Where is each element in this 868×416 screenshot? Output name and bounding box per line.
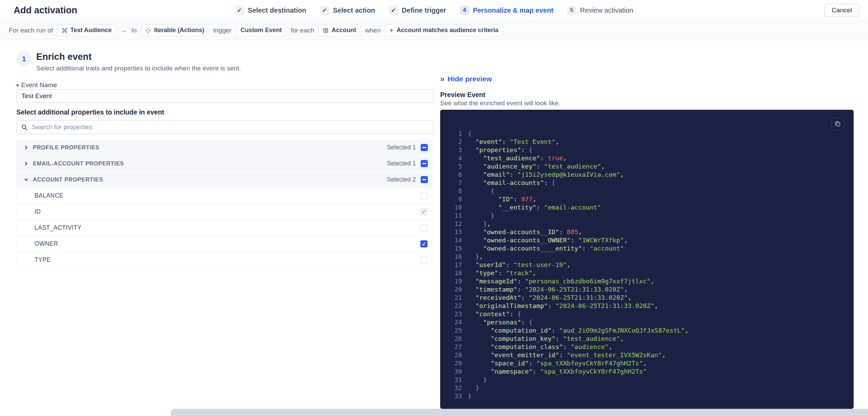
line-number: 23 [440,310,462,318]
property-checkbox[interactable] [420,256,428,264]
property-row-balance[interactable]: BALANCE [16,188,433,203]
step-label: Personalize & map event [473,6,554,14]
copy-button[interactable] [831,117,844,130]
chip-label: Account [331,27,356,34]
ribbon-text: In [131,27,137,34]
section-title: Enrich event [36,52,92,62]
event-preview-code-panel[interactable]: 1{2 "event": "Test Event",3 "properties"… [440,110,854,409]
property-label: ID [35,208,41,215]
chip-test-audience[interactable]: Test Audience [57,24,117,36]
code-content: "computation_key": "test_audience", [468,335,624,343]
code-line: 20 "timestamp": "2024-06-25T21:31:33.020… [440,285,854,294]
property-row-type[interactable]: TYPE [16,252,433,268]
code-line: 26 "computation_key": "test_audience", [440,335,854,343]
chip-account[interactable]: Account [318,24,361,36]
line-number: 12 [440,220,462,228]
code-line: 19 "messageId": "personas_cb6zdbo6im9g7x… [440,277,854,285]
property-checkbox [420,208,428,215]
code-content: "properties": { [468,146,532,154]
json-code: 1{2 "event": "Test Event",3 "properties"… [440,130,854,400]
group-label: EMAIL-ACCOUNT PROPERTIES [33,160,124,167]
step-label: Review activation [580,6,633,14]
cancel-button[interactable]: Cancel [825,4,859,17]
code-content: "ID": 877, [468,195,537,203]
property-row-owner[interactable]: OWNER [16,236,433,252]
step-label: Select action [333,6,375,14]
line-number: 7 [440,179,462,187]
group-label: PROFILE PROPERTIES [33,144,99,151]
background-page-edge [171,409,868,416]
code-content: "email-accounts": [ [468,179,555,187]
property-label: BALANCE [35,192,64,199]
top-header: Add activation ✓Select destination✓Selec… [0,0,868,21]
code-content: } [468,376,487,384]
group-header-account-properties[interactable]: ACCOUNT PROPERTIESSelected 2 [16,172,433,187]
code-content: "event_emitter_id": "event_tester_IVX5W2… [468,351,666,359]
property-row-last-activity[interactable]: LAST_ACTIVITY [16,220,433,236]
code-content: "audience_key": "test_audience", [468,162,605,171]
selected-count: Selected 1 [387,160,416,167]
group-header-profile-properties[interactable]: PROFILE PROPERTIESSelected 1 [16,140,433,155]
group-checkbox-indeterminate[interactable] [421,176,428,183]
line-number: 24 [440,318,462,326]
properties-section-label: Select additional properties to include … [16,108,164,116]
ribbon-text: trigger [213,27,232,34]
code-line: 18 "type": "track", [440,269,854,277]
plus-icon: + [390,27,394,34]
line-number: 1 [440,130,462,138]
line-number: 28 [440,351,462,359]
line-number: 17 [440,261,462,269]
code-line: 14 "owned-accounts__OWNER": "1WCWrTXfkp"… [440,236,854,244]
code-content: "email": "j15i2ysedp@k1euxaIVia.com", [468,171,624,179]
code-line: 21 "receivedAt": "2024-06-25T21:31:33.02… [440,294,854,302]
line-number: 11 [440,212,462,220]
property-search [16,120,433,134]
chip-account-matches-audience-criteria[interactable]: +Account matches audience criteria [385,24,503,36]
code-content: } [468,392,472,400]
code-content: } [468,384,479,392]
code-line: 9 "ID": 877, [440,195,854,203]
code-content: "computation_id": "aud_2iO9m2gSFmJNXCoQJ… [468,326,689,335]
property-label: TYPE [35,256,51,264]
code-line: 32 } [440,384,854,392]
step-review-activation[interactable]: 5Review activation [567,6,633,15]
step-define-trigger[interactable]: ✓Define trigger [389,6,446,15]
required-indicator [16,84,19,86]
group-header-email-account-properties[interactable]: EMAIL-ACCOUNT PROPERTIESSelected 1 [16,156,433,171]
line-number: 22 [440,302,462,310]
line-number: 16 [440,253,462,261]
chip-iterable-actions[interactable]: Iterable (Actions) [141,24,209,36]
code-line: 29 "space_id": "spa_tXXbfoyvCkY8rF47ghH2… [440,359,854,367]
code-content: ], [468,220,491,228]
chip-custom-event[interactable]: Custom Event [236,24,287,36]
code-content: }, [468,253,483,261]
step-check-icon: ✓ [320,6,329,15]
line-number: 15 [440,244,462,253]
line-number: 9 [440,195,462,203]
search-input[interactable] [32,121,433,134]
property-checkbox[interactable] [420,224,428,231]
line-number: 21 [440,294,462,302]
code-line: 31 } [440,376,854,384]
code-content: "owned-accounts__ID": 885, [468,228,582,236]
line-number: 32 [440,384,462,392]
group-checkbox-indeterminate[interactable] [421,160,428,167]
code-content: "context": { [468,310,521,318]
event-name-input[interactable] [16,89,433,103]
group-checkbox-indeterminate[interactable] [421,144,428,151]
property-checkbox[interactable] [420,240,428,247]
chip-label: Iterable (Actions) [154,27,204,34]
step-personalize-map-event[interactable]: 4Personalize & map event [460,6,554,15]
step-select-destination[interactable]: ✓Select destination [235,6,306,15]
code-content: "timestamp": "2024-06-25T21:31:33.020Z", [468,285,628,294]
code-content: "userId": "test-user-19", [468,261,571,269]
event-name-label-text: Event Name [21,81,57,89]
step-label: Define trigger [402,6,446,14]
property-row-id[interactable]: ID [16,204,433,219]
hide-preview-link[interactable]: » Hide preview [440,75,492,83]
chip-label: Custom Event [241,27,282,34]
step-check-icon: ✓ [389,6,398,15]
line-number: 30 [440,367,462,376]
step-select-action[interactable]: ✓Select action [320,6,375,15]
property-checkbox[interactable] [420,192,428,199]
